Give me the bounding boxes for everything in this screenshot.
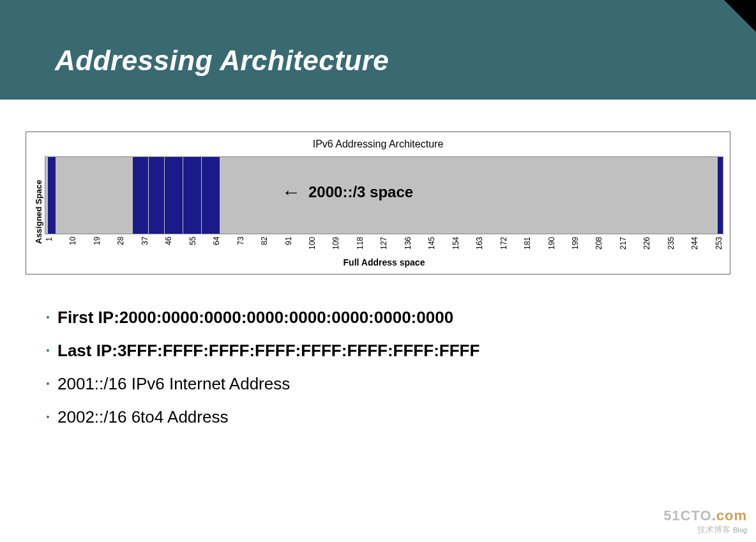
watermark-domain: .com [712, 508, 747, 523]
chart-xtick: 154 [451, 237, 460, 253]
chart-xtick: 118 [356, 237, 365, 253]
chart-annotation: ← 2000::/3 space [282, 181, 413, 203]
slide-title: Addressing Architecture [0, 0, 756, 77]
bullet-dot-icon: • [38, 306, 57, 328]
chart-xtick: 64 [212, 237, 221, 253]
bullet-dot-icon: • [38, 340, 57, 361]
bullet-text: 2001::/16 IPv6 Internet Address [57, 373, 290, 395]
chart-ylabel: Assigned Space [33, 156, 45, 267]
chart-xticks: 1101928374655647382911001091181271361451… [45, 237, 723, 253]
chart-xtick: 145 [427, 237, 436, 253]
bullet-row: •2001::/16 IPv6 Internet Address [38, 373, 756, 395]
chart-bar [53, 157, 56, 234]
chart-xtick: 136 [404, 237, 412, 253]
watermark: 51CTO.com 技术博客Blog [663, 508, 747, 536]
chart-bar [720, 157, 723, 234]
bullet-dot-icon: • [38, 373, 57, 395]
chart-xtick: 127 [379, 237, 388, 253]
chart-xtick: 226 [642, 237, 651, 253]
watermark-sub2: Blog [733, 526, 747, 534]
chart-xtick: 91 [284, 237, 293, 253]
bullet-list: •First IP:2000:0000:0000:0000:0000:0000:… [38, 306, 756, 428]
corner-decoration [724, 0, 756, 32]
chart-xtick: 181 [523, 237, 532, 253]
chart-plot-area: ← 2000::/3 space [45, 156, 723, 234]
chart-xtick: 82 [260, 237, 269, 253]
bullet-text: 2002::/16 6to4 Address [57, 406, 228, 428]
chart-xtick: 1 [45, 237, 54, 253]
chart-xtick: 163 [475, 237, 484, 253]
arrow-left-icon: ← [282, 181, 301, 203]
slide-header: Addressing Architecture [0, 0, 756, 100]
chart-xtick: 19 [93, 237, 102, 253]
chart-plot-column: ← 2000::/3 space 11019283746556473829110… [45, 156, 723, 267]
bullet-dot-icon: • [38, 406, 57, 428]
chart-xlabel: Full Address space [45, 257, 723, 267]
chart-xtick: 109 [331, 237, 340, 253]
chart-container: IPv6 Addressing Architecture Assigned Sp… [26, 132, 730, 275]
watermark-line1: 51CTO.com [663, 508, 747, 524]
chart-annotation-text: 2000::/3 space [308, 183, 413, 201]
chart-bar [217, 157, 220, 234]
bullet-row: •First IP:2000:0000:0000:0000:0000:0000:… [38, 306, 756, 328]
watermark-line2: 技术博客Blog [663, 524, 747, 536]
watermark-brand: 51CTO [663, 508, 712, 523]
chart-xtick: 199 [571, 237, 580, 253]
chart-xtick: 235 [667, 237, 676, 253]
watermark-sub: 技术博客 [697, 525, 730, 534]
chart-xtick: 10 [68, 237, 77, 253]
chart-xtick: 100 [308, 237, 317, 253]
chart-xtick: 46 [164, 237, 173, 253]
chart-xtick: 28 [116, 237, 125, 253]
bullet-row: •2002::/16 6to4 Address [38, 406, 756, 428]
bullet-row: •Last IP:3FFF:FFFF:FFFF:FFFF:FFFF:FFFF:F… [38, 340, 756, 361]
chart-body: Assigned Space ← 2000::/3 space 11019283… [33, 156, 723, 267]
chart-xtick: 208 [594, 237, 603, 253]
chart-xtick: 217 [619, 237, 628, 253]
bullet-text: First IP:2000:0000:0000:0000:0000:0000:0… [57, 306, 453, 328]
chart-xtick: 253 [714, 237, 723, 253]
chart-xtick: 172 [499, 237, 508, 253]
chart-xtick: 73 [236, 237, 245, 253]
chart-xtick: 55 [188, 237, 197, 253]
chart-xtick: 244 [690, 237, 699, 253]
chart-xtick: 190 [547, 237, 556, 253]
chart-xtick: 37 [140, 237, 149, 253]
chart-title: IPv6 Addressing Architecture [33, 139, 723, 150]
bullet-text: Last IP:3FFF:FFFF:FFFF:FFFF:FFFF:FFFF:FF… [57, 340, 480, 361]
